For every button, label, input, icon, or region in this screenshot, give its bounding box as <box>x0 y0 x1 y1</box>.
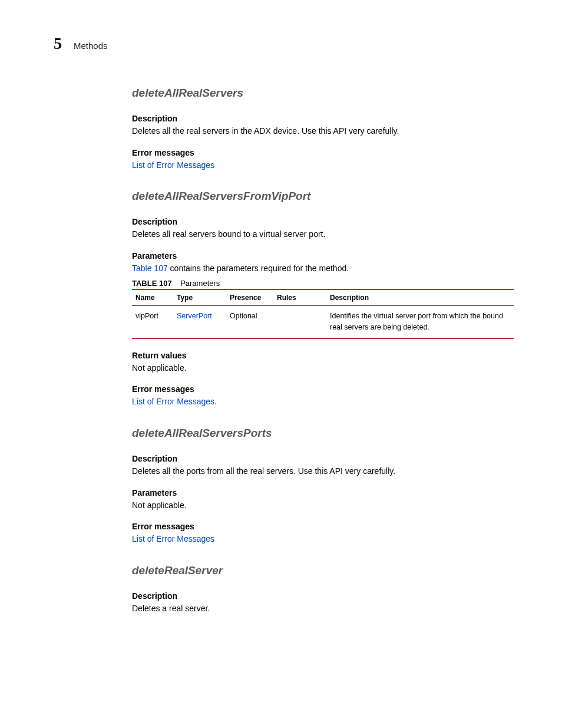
parameters-intro-text: contains the parameters required for the… <box>168 263 349 273</box>
method-deleteRealServer: deleteRealServer Description Deletes a r… <box>132 564 514 615</box>
th-presence: Presence <box>226 289 273 306</box>
td-description: Identifies the virtual server port from … <box>326 306 514 338</box>
error-label: Error messages <box>132 148 514 157</box>
error-section: Error messages List of Error Messages <box>132 522 514 545</box>
error-messages-link[interactable]: List of Error Messages <box>132 160 214 170</box>
description-label: Description <box>132 217 514 226</box>
parameters-text: Not applicable. <box>132 500 514 512</box>
description-label: Description <box>132 454 514 463</box>
description-section: Description Deletes all the real servers… <box>132 114 514 137</box>
error-section: Error messages List of Error Messages. <box>132 384 514 408</box>
parameters-intro: Table 107 contains the parameters requir… <box>132 263 514 275</box>
th-rules: Rules <box>273 289 326 306</box>
description-label: Description <box>132 114 514 123</box>
parameters-label: Parameters <box>132 488 514 498</box>
method-title: deleteRealServer <box>132 564 514 577</box>
description-text: Deletes all the ports from all the real … <box>132 466 514 477</box>
error-suffix: . <box>214 397 217 406</box>
method-title: deleteAllRealServersPorts <box>132 427 514 440</box>
error-section: Error messages List of Error Messages <box>132 148 514 172</box>
td-name: vipPort <box>132 306 173 338</box>
return-section: Return values Not applicable. <box>132 351 514 374</box>
td-presence: Optional <box>226 306 273 338</box>
method-title: deleteAllRealServersFromVipPort <box>132 190 514 203</box>
error-messages-link[interactable]: List of Error Messages <box>132 397 214 406</box>
error-messages-link[interactable]: List of Error Messages <box>132 534 214 543</box>
header-title: Methods <box>74 41 108 51</box>
description-text: Deletes a real server. <box>132 603 514 615</box>
chapter-number: 5 <box>54 34 62 53</box>
th-name: Name <box>132 289 173 306</box>
return-text: Not applicable. <box>132 363 514 374</box>
description-section: Description Deletes all real servers bou… <box>132 217 514 241</box>
parameters-table: Name Type Presence Rules Description vip… <box>132 289 514 339</box>
parameters-section: Parameters Not applicable. <box>132 488 514 512</box>
method-deleteAllRealServersFromVipPort: deleteAllRealServersFromVipPort Descript… <box>132 190 514 408</box>
error-link-wrapper: List of Error Messages <box>132 160 514 172</box>
description-text: Deletes all the real servers in the ADX … <box>132 126 514 137</box>
error-label: Error messages <box>132 384 514 394</box>
th-type: Type <box>173 289 226 306</box>
td-rules <box>273 306 326 338</box>
parameters-label: Parameters <box>132 251 514 261</box>
parameters-section: Parameters Table 107 contains the parame… <box>132 251 514 339</box>
table-caption: TABLE 107 Parameters <box>132 279 514 288</box>
table-reference-link[interactable]: Table 107 <box>132 263 168 273</box>
method-deleteAllRealServers: deleteAllRealServers Description Deletes… <box>132 87 514 171</box>
error-link-wrapper: List of Error Messages. <box>132 396 514 408</box>
th-description: Description <box>326 289 514 306</box>
return-label: Return values <box>132 351 514 360</box>
table-row: vipPort ServerPort Optional Identifies t… <box>132 306 514 338</box>
table-caption-label: TABLE 107 <box>132 279 172 288</box>
description-label: Description <box>132 591 514 601</box>
table-caption-text: Parameters <box>180 279 220 288</box>
error-link-wrapper: List of Error Messages <box>132 533 514 545</box>
description-text: Deletes all real servers bound to a virt… <box>132 229 514 241</box>
method-deleteAllRealServersPorts: deleteAllRealServersPorts Description De… <box>132 427 514 545</box>
method-title: deleteAllRealServers <box>132 87 514 100</box>
page-header: 5 Methods <box>54 34 108 53</box>
main-content: deleteAllRealServers Description Deletes… <box>132 80 514 633</box>
error-label: Error messages <box>132 522 514 531</box>
td-type: ServerPort <box>173 306 226 338</box>
description-section: Description Deletes all the ports from a… <box>132 454 514 477</box>
description-section: Description Deletes a real server. <box>132 591 514 615</box>
table-header-row: Name Type Presence Rules Description <box>132 289 514 306</box>
type-link[interactable]: ServerPort <box>177 312 212 320</box>
